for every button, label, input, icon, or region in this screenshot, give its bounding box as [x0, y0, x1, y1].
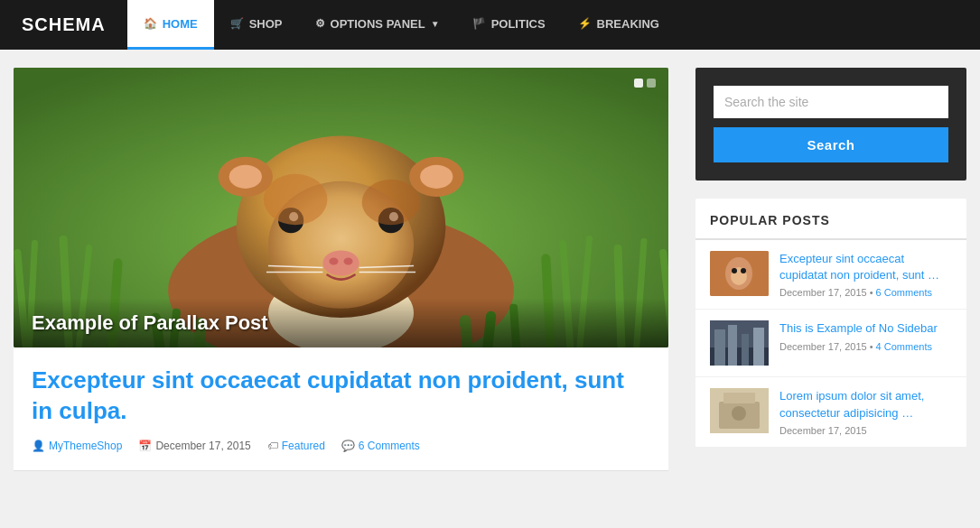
- popular-post-thumb-3: [710, 388, 769, 433]
- comments-link[interactable]: 6 Comments: [359, 440, 420, 452]
- nav-item-breaking[interactable]: ⚡ BREAKING: [562, 0, 676, 50]
- post-date: 📅 December 17, 2015: [138, 440, 250, 452]
- page-container: Example of Parallax Post Excepteur sint …: [0, 50, 980, 489]
- main-content: Example of Parallax Post Excepteur sint …: [14, 68, 668, 471]
- calendar-icon: 📅: [138, 440, 152, 452]
- svg-point-43: [741, 268, 746, 273]
- svg-rect-49: [753, 328, 764, 366]
- user-icon: 👤: [32, 440, 45, 452]
- dropdown-arrow-icon: ▼: [431, 19, 440, 29]
- slider-dot-2[interactable]: [647, 79, 656, 88]
- search-input[interactable]: [714, 86, 948, 118]
- author-link[interactable]: MyThemeShop: [49, 440, 122, 452]
- nav-label-breaking: BREAKING: [597, 17, 659, 31]
- nav-label-options: OPTIONS PANEL: [331, 17, 425, 31]
- popular-posts-title: POPULAR POSTS: [695, 199, 966, 240]
- svg-point-24: [322, 250, 359, 275]
- popular-post-info-1: Excepteur sint occaecat cupidatat non pr…: [779, 251, 952, 298]
- nav-item-options[interactable]: ⚙ OPTIONS PANEL ▼: [299, 0, 456, 50]
- politics-icon: 🏴: [472, 17, 486, 30]
- post-title[interactable]: Excepteur sint occaecat cupidatat non pr…: [32, 366, 650, 427]
- search-button[interactable]: Search: [714, 127, 948, 162]
- popular-post-date-3: December 17, 2015: [779, 425, 952, 436]
- popular-post-comments-1[interactable]: 6 Comments: [876, 287, 932, 298]
- svg-point-25: [329, 257, 338, 264]
- svg-point-26: [344, 257, 353, 264]
- popular-post-info-3: Lorem ipsum dolor sit amet, consectetur …: [779, 388, 952, 435]
- home-icon: 🏠: [144, 17, 157, 30]
- nav-item-home[interactable]: 🏠 HOME: [127, 0, 214, 50]
- popular-post-link-1[interactable]: Excepteur sint occaecat cupidatat non pr…: [779, 251, 952, 283]
- post-excerpt: Excepteur sint occaecat cupidatat non pr…: [14, 347, 668, 471]
- svg-rect-48: [742, 334, 749, 366]
- nav-item-shop[interactable]: 🛒 SHOP: [214, 0, 299, 50]
- popular-post-thumb-2: [710, 320, 769, 366]
- svg-point-31: [264, 174, 327, 225]
- popular-post-item: This is Example of No Sidebar December 1…: [695, 310, 966, 377]
- post-meta: 👤 MyThemeShop 📅 December 17, 2015 🏷 Feat…: [32, 440, 650, 452]
- featured-post-title: Example of Parallax Post: [32, 311, 650, 335]
- search-widget: Search: [695, 68, 966, 181]
- post-author: 👤 MyThemeShop: [32, 440, 122, 452]
- slider-dot-1[interactable]: [634, 79, 643, 88]
- nav-label-home: HOME: [163, 17, 198, 31]
- featured-title-overlay: Example of Parallax Post: [14, 299, 668, 347]
- nav-label-politics: POLITICS: [491, 17, 546, 31]
- shop-icon: 🛒: [230, 17, 244, 30]
- popular-post-info-2: This is Example of No Sidebar December 1…: [779, 320, 952, 351]
- sidebar: Search POPULAR POSTS Excepteur sint occ: [695, 68, 966, 471]
- comment-icon: 💬: [341, 440, 355, 452]
- site-logo: SCHEMA: [0, 0, 127, 50]
- navigation: SCHEMA 🏠 HOME 🛒 SHOP ⚙ OPTIONS PANEL ▼ 🏴…: [0, 0, 980, 50]
- slider-dots: [634, 79, 656, 88]
- breaking-icon: ⚡: [578, 17, 592, 30]
- options-icon: ⚙: [315, 17, 325, 30]
- popular-post-date-2: December 17, 2015 • 4 Comments: [779, 341, 952, 352]
- svg-rect-52: [723, 393, 755, 403]
- post-category: 🏷 Featured: [267, 440, 325, 452]
- popular-post-comments-2[interactable]: 4 Comments: [876, 341, 932, 352]
- svg-rect-47: [728, 325, 737, 366]
- popular-post-link-3[interactable]: Lorem ipsum dolor sit amet, consectetur …: [779, 388, 952, 421]
- svg-point-18: [229, 165, 262, 189]
- svg-point-42: [732, 268, 737, 273]
- featured-post[interactable]: Example of Parallax Post: [14, 68, 668, 347]
- svg-point-19: [420, 165, 453, 189]
- svg-point-32: [362, 180, 420, 225]
- nav-item-politics[interactable]: 🏴 POLITICS: [456, 0, 562, 50]
- nav-items: 🏠 HOME 🛒 SHOP ⚙ OPTIONS PANEL ▼ 🏴 POLITI…: [127, 0, 676, 50]
- popular-post-thumb-1: [710, 251, 769, 296]
- popular-post-date-1: December 17, 2015 • 6 Comments: [779, 287, 952, 298]
- category-link[interactable]: Featured: [282, 440, 325, 452]
- popular-post-item: Excepteur sint occaecat cupidatat non pr…: [695, 240, 966, 310]
- popular-post-link-2[interactable]: This is Example of No Sidebar: [779, 320, 952, 337]
- nav-label-shop: SHOP: [249, 17, 283, 31]
- popular-post-item: Lorem ipsum dolor sit amet, consectetur …: [695, 377, 966, 447]
- popular-posts-widget: POPULAR POSTS Excepteur sint occaecat cu…: [695, 199, 966, 448]
- post-comments: 💬 6 Comments: [341, 440, 420, 452]
- post-date-text: December 17, 2015: [155, 440, 250, 452]
- svg-rect-46: [714, 329, 725, 366]
- tag-icon: 🏷: [267, 440, 278, 452]
- svg-point-53: [732, 406, 746, 421]
